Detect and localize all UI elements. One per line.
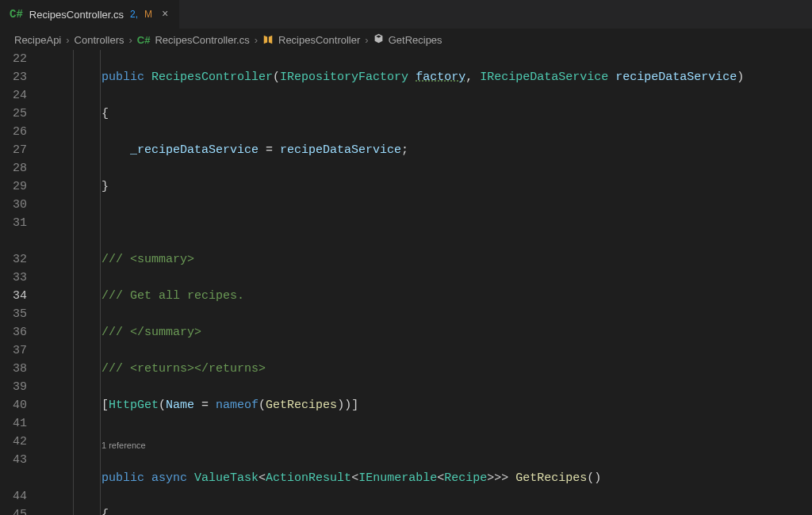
- breadcrumb[interactable]: RecipeApi › Controllers › C# RecipesCont…: [0, 29, 812, 50]
- tab-bar: C# RecipesController.cs 2, M ×: [0, 0, 812, 29]
- breadcrumb-item[interactable]: GetRecipes: [389, 34, 442, 46]
- indent-guides: [41, 50, 102, 515]
- breadcrumb-item[interactable]: RecipeApi: [14, 34, 61, 46]
- code-editor[interactable]: 22 23 24 25 26 27 28 29 30 31 32 33 34 3…: [0, 50, 812, 515]
- hint-underline: factory: [416, 71, 465, 84]
- breadcrumb-item[interactable]: RecipesController: [278, 34, 360, 46]
- close-icon[interactable]: ×: [159, 8, 171, 21]
- csharp-file-icon: C#: [137, 34, 151, 46]
- csharp-file-icon: C#: [10, 8, 23, 21]
- breadcrumb-item[interactable]: Controllers: [75, 34, 124, 46]
- tab-title: RecipesController.cs: [29, 9, 124, 21]
- method-icon: [373, 33, 384, 44]
- codelens-references[interactable]: 1 reference: [102, 433, 812, 451]
- chevron-right-icon: ›: [66, 34, 69, 46]
- tab-git-status: M: [144, 9, 152, 20]
- class-icon: [262, 34, 274, 46]
- tab-recipescontroller[interactable]: C# RecipesController.cs 2, M ×: [0, 0, 180, 29]
- tab-problem-count: 2,: [130, 9, 138, 20]
- chevron-right-icon: ›: [128, 34, 132, 46]
- chevron-right-icon: ›: [255, 34, 258, 46]
- chevron-right-icon: ›: [365, 34, 368, 46]
- line-number-gutter: 22 23 24 25 26 27 28 29 30 31 32 33 34 3…: [0, 50, 41, 515]
- code-content[interactable]: public RecipesController(IRepositoryFact…: [102, 50, 812, 515]
- breadcrumb-item[interactable]: RecipesController.cs: [155, 34, 249, 46]
